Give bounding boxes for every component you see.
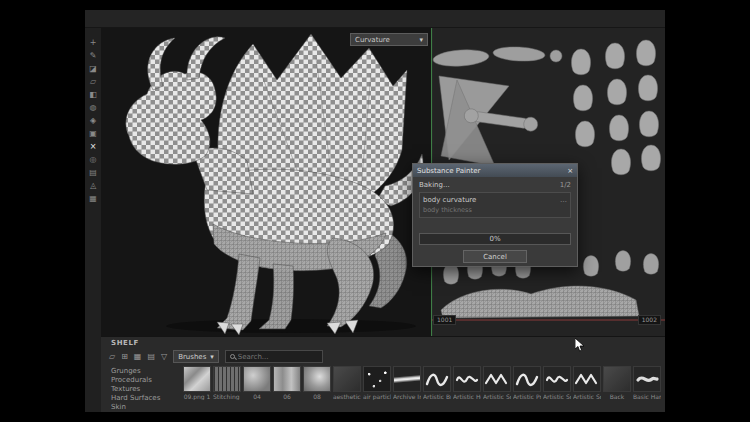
baking-task-list: body curvature … body thickness <box>419 192 571 218</box>
shelf-search-box <box>225 350 323 363</box>
baking-status-text: Baking... <box>419 181 450 189</box>
category-skin[interactable]: Skin <box>111 403 181 412</box>
3d-viewport[interactable]: Curvature ▾ <box>101 28 431 336</box>
symmetry-tool-icon[interactable]: ◬ <box>90 181 96 190</box>
dragon-model-canvas <box>101 28 431 336</box>
shelf-thumbnail[interactable]: Artistic Prim... <box>513 366 541 400</box>
eraser-tool-icon[interactable]: ◪ <box>89 64 97 73</box>
add-resource-icon[interactable]: ⊞ <box>121 352 128 361</box>
channel-selector-value: Curvature <box>355 36 390 44</box>
shelf-thumbnail[interactable]: Artistic Bru... <box>423 366 451 400</box>
brush-stroke-thumb-image <box>543 366 571 392</box>
mouse-cursor <box>575 338 585 352</box>
material-picker-tool-icon[interactable]: ◎ <box>90 155 97 164</box>
brush-stroke-thumb-image <box>423 366 451 392</box>
shelf-thumbnail[interactable]: 04 <box>243 366 271 400</box>
category-hard-surfaces[interactable]: Hard Surfaces <box>111 394 181 403</box>
baking-counter: 1/2 <box>560 181 571 189</box>
substance-painter-window: + ✎ ◪ ▱ ◧ ◍ ◈ ▣ × ◎ ▤ ◬ ▦ <box>85 10 665 412</box>
progress-percent: 0% <box>489 235 500 243</box>
texture-thumb-image <box>243 366 271 392</box>
screen-frame: + ✎ ◪ ▱ ◧ ◍ ◈ ▣ × ◎ ▤ ◬ ▦ <box>0 0 750 422</box>
brush-stroke-thumb-image <box>453 366 481 392</box>
paint-brush-tool-icon[interactable]: ✎ <box>90 51 97 60</box>
shelf-thumbnail[interactable]: air particles <box>363 366 391 400</box>
quick-mask-tool-icon[interactable]: × <box>90 142 97 151</box>
texture-thumb-image <box>393 366 421 392</box>
texture-thumb-image <box>303 366 331 392</box>
shelf-toolbar: ▱ ⊞ ▦ ▤ ▽ Brushes ▾ <box>109 350 323 363</box>
list-view-icon[interactable]: ▤ <box>147 352 155 361</box>
progress-bar: 0% <box>419 233 571 245</box>
baking-current-task: body curvature <box>423 196 476 204</box>
dialog-title-bar[interactable]: Substance Painter × <box>413 164 577 177</box>
category-procedurals[interactable]: Procedurals <box>111 376 181 385</box>
brush-stroke-thumb-image <box>633 366 661 392</box>
close-icon[interactable]: × <box>567 167 573 175</box>
shelf-thumbnail[interactable]: Artistic Soft... <box>543 366 571 400</box>
texture-thumb-image <box>183 366 211 392</box>
texture-thumb-image <box>603 366 631 392</box>
shelf-thumbnail[interactable]: aestheticsk... <box>333 366 361 400</box>
brush-stroke-thumb-image <box>513 366 541 392</box>
texture-thumb-image <box>273 366 301 392</box>
transform-tool-icon[interactable]: + <box>90 38 97 47</box>
baking-pending-task: body thickness <box>423 206 567 214</box>
folder-icon[interactable]: ▱ <box>109 352 115 361</box>
chevron-down-icon: ▾ <box>210 353 214 361</box>
shelf-thumbnail[interactable]: 06 <box>273 366 301 400</box>
path-tool-icon[interactable]: ▤ <box>89 168 97 177</box>
shelf-thumbnail-strip: 09.png 1 Stitching 1 04 06 08 aesthetics… <box>183 366 661 400</box>
filter-icon[interactable]: ▽ <box>161 352 167 361</box>
texture-thumb-image <box>333 366 361 392</box>
shelf-thumbnail[interactable]: Artistic Soft... <box>573 366 601 400</box>
udim-tile-label-1002: 1002 <box>638 315 661 325</box>
chevron-down-icon: ▾ <box>419 36 423 44</box>
particles-thumb-image <box>363 366 391 392</box>
search-icon <box>230 354 235 359</box>
dragon-model <box>126 34 423 335</box>
app-top-bar <box>85 10 665 28</box>
category-grunges[interactable]: Grunges <box>111 367 181 376</box>
left-tool-bar: + ✎ ◪ ▱ ◧ ◍ ◈ ▣ × ◎ ▤ ◬ ▦ <box>85 28 101 412</box>
texture-thumb-image <box>213 366 241 392</box>
shelf-thumbnail[interactable]: Basic Hard... <box>633 366 661 400</box>
overflow-menu-icon[interactable]: … <box>560 196 567 204</box>
dialog-body: Baking... 1/2 body curvature … body thic… <box>413 177 577 266</box>
brushes-dropdown[interactable]: Brushes ▾ <box>173 350 219 363</box>
shelf-thumbnail[interactable]: 08 <box>303 366 331 400</box>
shelf-title: SHELF <box>111 339 139 347</box>
grid-view-icon[interactable]: ▦ <box>134 352 142 361</box>
display-settings-icon[interactable]: ▦ <box>89 194 97 203</box>
channel-selector-dropdown[interactable]: Curvature ▾ <box>350 33 428 46</box>
smudge-tool-icon[interactable]: ◍ <box>90 103 97 112</box>
udim-tile-label-1001: 1001 <box>433 315 456 325</box>
brush-stroke-thumb-image <box>483 366 511 392</box>
dialog-title: Substance Painter <box>417 167 480 175</box>
shelf-thumbnail[interactable]: Stitching 1 <box>213 366 241 400</box>
polygon-fill-tool-icon[interactable]: ◧ <box>89 90 97 99</box>
shelf-thumbnail[interactable]: Archive Inter... <box>393 366 421 400</box>
geometry-decal-tool-icon[interactable]: ▣ <box>89 129 97 138</box>
baking-dialog: Substance Painter × Baking... 1/2 body c… <box>412 163 578 267</box>
brush-stroke-thumb-image <box>573 366 601 392</box>
clone-stamp-tool-icon[interactable]: ◈ <box>90 116 96 125</box>
projection-tool-icon[interactable]: ▱ <box>90 77 96 86</box>
cancel-button[interactable]: Cancel <box>463 250 527 263</box>
search-input[interactable] <box>238 353 316 361</box>
shelf-thumbnail[interactable]: Back <box>603 366 631 400</box>
shelf-thumbnail[interactable]: Artistic Soft... <box>483 366 511 400</box>
category-textures[interactable]: Textures <box>111 385 181 394</box>
shelf-thumbnail[interactable]: 09.png 1 <box>183 366 211 400</box>
shelf-thumbnail[interactable]: Artistic Hea... <box>453 366 481 400</box>
shelf-category-list: Grunges Procedurals Textures Hard Surfac… <box>111 367 181 412</box>
brushes-dropdown-value: Brushes <box>178 353 206 361</box>
